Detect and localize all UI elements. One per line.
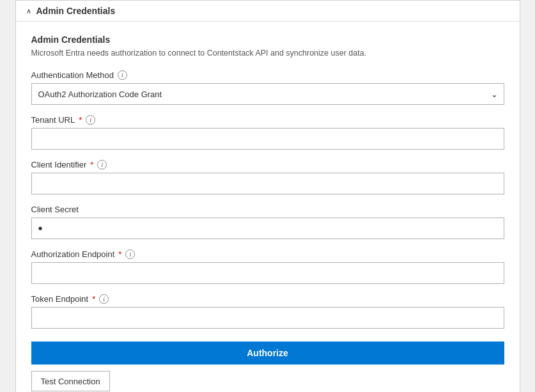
test-connection-button[interactable]: Test Connection — [31, 371, 110, 391]
token-endpoint-required: * — [92, 294, 95, 304]
tenant-url-required: * — [79, 115, 82, 125]
authorization-endpoint-info-icon[interactable]: i — [125, 249, 135, 259]
authorization-endpoint-required: * — [118, 249, 121, 259]
tenant-url-label-text: Tenant URL — [31, 115, 75, 125]
client-identifier-group: Client Identifier * i — [31, 160, 504, 194]
auth-method-select-wrapper: OAuth2 Authorization Code Grant Basic Au… — [31, 83, 504, 105]
authorization-endpoint-label-text: Authorization Endpoint — [31, 249, 115, 259]
panel-body: Admin Credentials Microsoft Entra needs … — [16, 22, 520, 392]
token-endpoint-group: Token Endpoint * i — [31, 294, 504, 329]
panel-header[interactable]: ∧ Admin Credentials — [16, 1, 520, 22]
client-secret-label: Client Secret — [31, 205, 504, 214]
section-title: Admin Credentials — [31, 35, 504, 45]
client-secret-label-text: Client Secret — [31, 205, 79, 214]
authorization-endpoint-group: Authorization Endpoint * i — [31, 249, 504, 284]
auth-method-select[interactable]: OAuth2 Authorization Code Grant Basic Au… — [31, 83, 504, 105]
authorization-endpoint-input[interactable] — [31, 262, 504, 284]
client-secret-input[interactable] — [31, 217, 504, 239]
auth-method-label: Authentication Method i — [31, 70, 504, 80]
admin-credentials-panel: ∧ Admin Credentials Admin Credentials Mi… — [15, 0, 520, 392]
client-identifier-label: Client Identifier * i — [31, 160, 504, 169]
authorization-endpoint-label: Authorization Endpoint * i — [31, 249, 504, 259]
client-identifier-label-text: Client Identifier — [31, 160, 87, 169]
token-endpoint-label: Token Endpoint * i — [31, 294, 504, 304]
tenant-url-input[interactable] — [31, 128, 504, 150]
client-secret-group: Client Secret — [31, 205, 504, 239]
token-endpoint-label-text: Token Endpoint — [31, 294, 89, 304]
authorize-button[interactable]: Authorize — [31, 341, 504, 365]
chevron-up-icon: ∧ — [26, 7, 31, 15]
client-identifier-input[interactable] — [31, 173, 504, 194]
client-identifier-info-icon[interactable]: i — [97, 160, 107, 169]
tenant-url-info-icon[interactable]: i — [86, 115, 95, 125]
auth-method-group: Authentication Method i OAuth2 Authoriza… — [31, 70, 504, 105]
tenant-url-label: Tenant URL * i — [31, 115, 504, 125]
client-identifier-required: * — [90, 160, 93, 169]
token-endpoint-info-icon[interactable]: i — [99, 294, 109, 304]
auth-method-label-text: Authentication Method — [31, 70, 114, 80]
auth-method-info-icon[interactable]: i — [118, 70, 127, 80]
tenant-url-group: Tenant URL * i — [31, 115, 504, 150]
token-endpoint-input[interactable] — [31, 307, 504, 329]
panel-header-title: Admin Credentials — [36, 6, 116, 16]
section-description: Microsoft Entra needs authorization to c… — [31, 49, 504, 58]
